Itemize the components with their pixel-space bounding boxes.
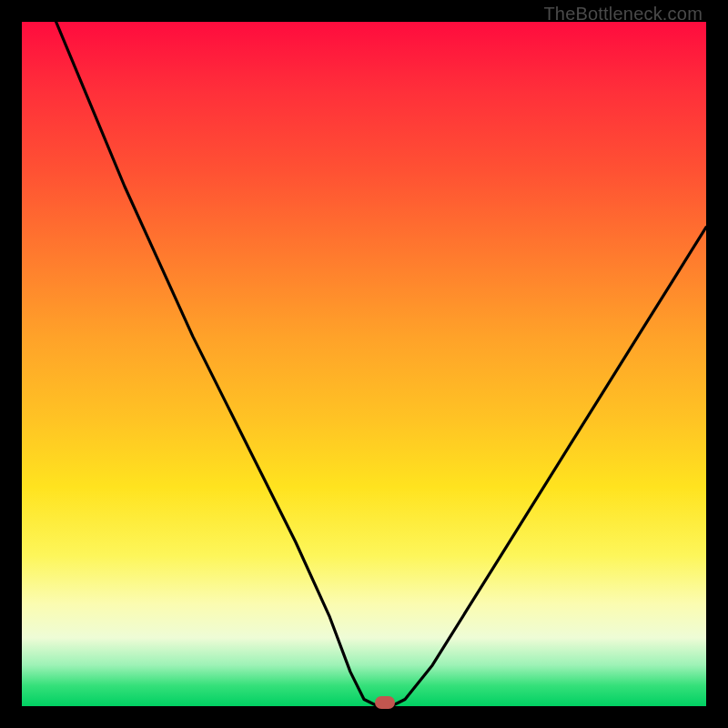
watermark-text: TheBottleneck.com [543,4,703,25]
plot-area [22,22,706,706]
optimal-marker [375,696,395,709]
chart-frame: TheBottleneck.com [0,0,728,728]
bottleneck-curve [22,22,706,706]
